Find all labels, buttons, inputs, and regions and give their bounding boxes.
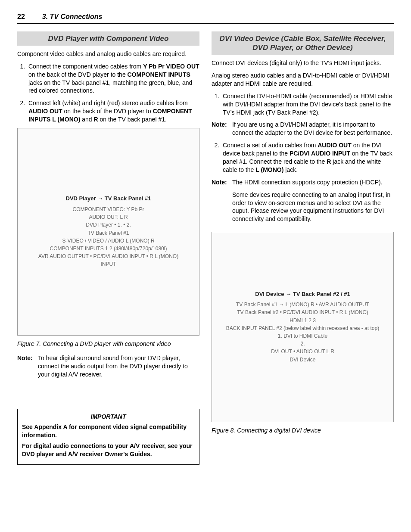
left-section-heading: DVD Player with Component Video — [17, 31, 199, 46]
figure-7-diagram: DVD Player → TV Back Panel #1 COMPONENT … — [17, 128, 199, 336]
figure-8-diagram: DVI Device → TV Back Panel #2 / #1 TV Ba… — [212, 232, 394, 422]
figure-8-caption: Figure 8. Connecting a digital DVI devic… — [212, 426, 394, 435]
right-steps-b: Connect a set of audio cables from AUDIO… — [212, 141, 394, 174]
figure-8-labels: TV Back Panel #1 → L (MONO) R • AVR AUDI… — [216, 300, 389, 364]
important-p1: See Appendix A for component video signa… — [22, 423, 195, 439]
right-note-2: Note: The HDMI connection supports copy … — [212, 178, 394, 227]
page-header: 22 3. TV Connections — [17, 12, 394, 24]
right-section-heading: DVI Video Device (Cable Box, Satellite R… — [212, 31, 394, 55]
important-p2: For digital audio connections to your A/… — [22, 442, 195, 458]
left-step-1: Connect the component video cables from … — [27, 62, 199, 95]
left-intro: Component video cables and analog audio … — [17, 50, 199, 58]
right-note-1: Note: If you are using a DVI/HDMI adapte… — [212, 121, 394, 137]
left-column: DVD Player with Component Video Componen… — [17, 31, 199, 465]
figure-7-labels: COMPONENT VIDEO: Y Pb Pr AUDIO OUT: L R … — [22, 205, 195, 269]
important-box: IMPORTANT See Appendix A for component v… — [17, 409, 199, 465]
right-step-1: Connect the DVI-to-HDMI cable (recommend… — [221, 92, 394, 117]
right-p2: Analog stereo audio cables and a DVI-to-… — [212, 72, 394, 88]
left-note: Note: To hear digital surround sound fro… — [17, 354, 199, 379]
right-column: DVI Video Device (Cable Box, Satellite R… — [212, 31, 394, 465]
right-step-2: Connect a set of audio cables from AUDIO… — [221, 141, 394, 174]
left-step-2: Connect left (white) and right (red) ste… — [27, 99, 199, 124]
content-columns: DVD Player with Component Video Componen… — [17, 31, 394, 465]
right-steps-a: Connect the DVI-to-HDMI cable (recommend… — [212, 92, 394, 117]
chapter-title: 3. TV Connections — [42, 12, 103, 22]
page-number: 22 — [17, 12, 25, 22]
figure-7-caption: Figure 7. Connecting a DVD player with c… — [17, 340, 199, 348]
left-steps: Connect the component video cables from … — [17, 62, 199, 124]
right-p1: Connect DVI devices (digital only) to th… — [212, 59, 394, 67]
